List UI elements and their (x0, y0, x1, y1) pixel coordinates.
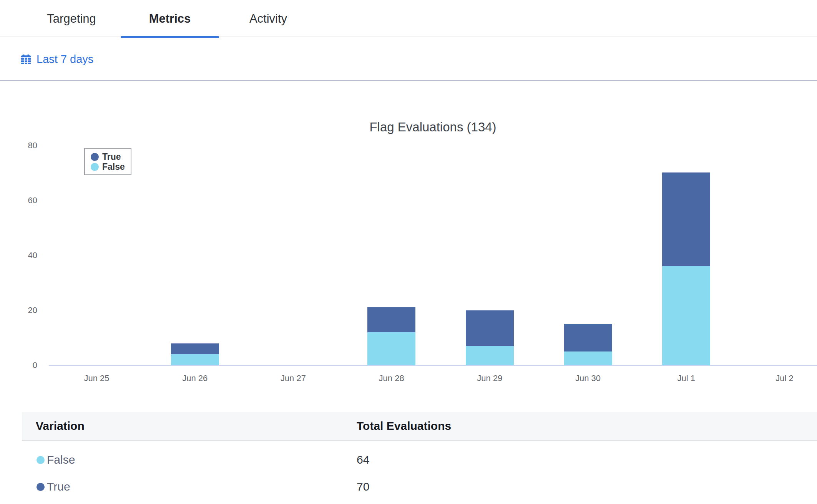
legend-dot-true (91, 153, 99, 161)
tab-metrics-label: Metrics (149, 12, 191, 26)
bar-segment-true-jul-1[interactable] (662, 172, 710, 266)
y-tick-label: 40 (0, 250, 37, 261)
variation-label: True (47, 480, 70, 493)
x-tick-label: Jun 30 (557, 373, 619, 384)
metrics-panel: Targeting Metrics Activity Last 7 days (0, 0, 817, 504)
bar-segment-false-jun-30[interactable] (564, 351, 612, 365)
tab-targeting-label: Targeting (47, 12, 96, 26)
legend-item-true[interactable]: True (91, 152, 131, 162)
chart-legend: TrueFalse (84, 148, 131, 175)
date-range-button[interactable]: Last 7 days (20, 53, 93, 66)
x-tick-label: Jun 28 (361, 373, 422, 384)
y-tick-label: 20 (0, 305, 37, 316)
y-tick-label: 0 (0, 360, 37, 371)
tab-metrics[interactable]: Metrics (121, 0, 219, 37)
table-header-row: Variation Total Evaluations (22, 412, 817, 441)
x-tick-label: Jul 1 (656, 373, 717, 384)
table-header-variation: Variation (36, 412, 85, 440)
variation-dot-true (37, 483, 45, 491)
total-evaluations-value: 70 (357, 480, 369, 493)
x-tick-label: Jun 25 (66, 373, 128, 384)
bar-segment-true-jun-28[interactable] (367, 307, 415, 332)
table-header-total-evaluations: Total Evaluations (357, 412, 451, 440)
bar-segment-true-jun-29[interactable] (466, 310, 514, 346)
x-tick-label: Jul 2 (754, 373, 815, 384)
total-evaluations-value: 64 (357, 453, 369, 466)
bar-segment-true-jun-26[interactable] (171, 343, 219, 355)
variation-label: False (47, 453, 75, 466)
chart-title: Flag Evaluations (134) (49, 119, 817, 135)
x-tick-label: Jun 29 (459, 373, 520, 384)
legend-label-false: False (102, 162, 125, 172)
tab-bar: Targeting Metrics Activity (0, 0, 817, 37)
bar-segment-false-jul-1[interactable] (662, 266, 710, 365)
x-tick-label: Jun 26 (164, 373, 226, 384)
x-tick-label: Jun 27 (262, 373, 324, 384)
bar-segment-false-jun-29[interactable] (466, 346, 514, 365)
table-row-true: True70 (22, 476, 817, 497)
variation-dot-false (37, 456, 45, 464)
date-range-label: Last 7 days (37, 53, 93, 66)
y-tick-label: 80 (0, 140, 37, 151)
filter-bar: Last 7 days (0, 38, 817, 81)
legend-item-false[interactable]: False (91, 162, 131, 172)
tab-targeting[interactable]: Targeting (22, 0, 121, 37)
bar-segment-true-jun-30[interactable] (564, 324, 612, 351)
bar-segment-false-jun-26[interactable] (171, 354, 219, 365)
legend-label-true: True (102, 152, 121, 162)
calendar-icon (20, 53, 32, 66)
y-tick-label: 60 (0, 195, 37, 206)
bar-segment-false-jun-28[interactable] (367, 332, 415, 365)
tab-activity-label: Activity (249, 12, 287, 26)
legend-dot-false (91, 163, 99, 171)
tab-activity[interactable]: Activity (219, 0, 317, 37)
table-row-false: False64 (22, 449, 817, 471)
